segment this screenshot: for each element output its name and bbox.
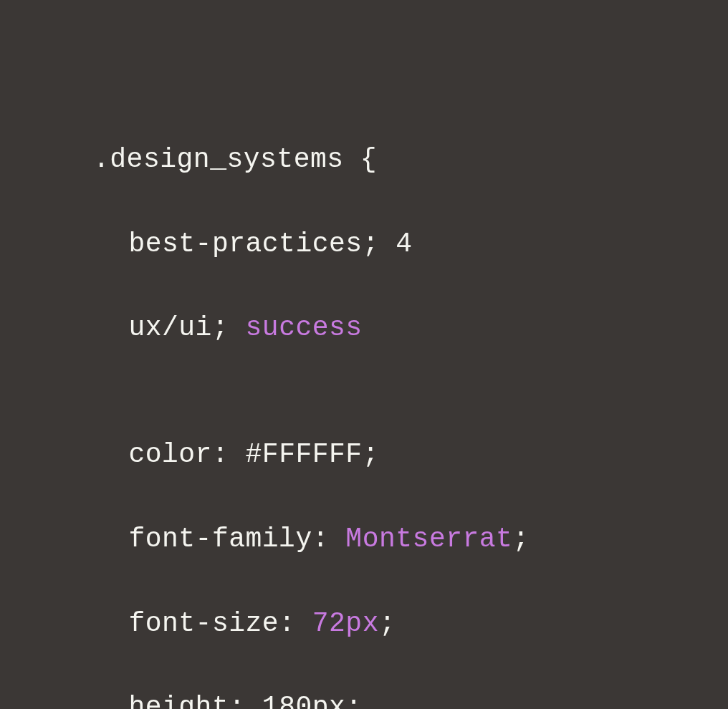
code-val: success — [246, 312, 363, 343]
code-line-1: best-practices; 4 — [93, 223, 728, 266]
code-line-2: ux/ui; success — [93, 307, 728, 349]
code-val: 180px; — [262, 692, 363, 709]
code-semi: ; — [512, 524, 529, 554]
code-line-3: color: #FFFFFF; — [93, 434, 728, 476]
code-line-selector: .design_systems { — [93, 139, 728, 181]
code-prop: height: — [128, 692, 245, 709]
code-prop: ux/ui; — [128, 312, 229, 343]
code-block: .design_systems { best-practices; 4 ux/u… — [93, 97, 728, 709]
code-val: Montserrat — [345, 524, 512, 554]
code-prop: font-size: — [128, 608, 295, 639]
code-val: 72px — [312, 608, 379, 639]
code-semi: ; — [379, 608, 396, 639]
code-val: #FFFFFF; — [246, 439, 379, 470]
code-line-4: font-family: Montserrat; — [93, 519, 728, 561]
code-prop: font-family: — [128, 524, 329, 554]
code-line-5: font-size: 72px; — [93, 603, 728, 645]
code-line-6: height: 180px; — [93, 687, 728, 709]
code-val: 4 — [396, 228, 412, 259]
code-prop: color: — [128, 439, 229, 470]
code-prop: best-practices; — [128, 228, 379, 259]
